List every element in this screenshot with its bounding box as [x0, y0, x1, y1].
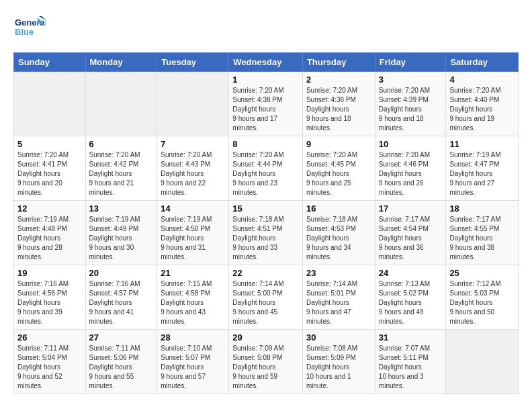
week-row-3: 12Sunrise: 7:19 AMSunset: 4:48 PMDayligh…	[14, 201, 519, 265]
day-info: Sunrise: 7:19 AMSunset: 4:48 PMDaylight …	[17, 215, 82, 262]
day-number: 3	[379, 75, 443, 85]
day-info: Sunrise: 7:20 AMSunset: 4:38 PMDaylight …	[306, 86, 371, 133]
day-number: 24	[379, 268, 443, 278]
week-row-2: 5Sunrise: 7:20 AMSunset: 4:41 PMDaylight…	[14, 136, 519, 201]
day-info: Sunrise: 7:08 AMSunset: 5:09 PMDaylight …	[306, 344, 371, 391]
day-cell: 20Sunrise: 7:16 AMSunset: 4:57 PMDayligh…	[85, 265, 157, 330]
day-info: Sunrise: 7:16 AMSunset: 4:57 PMDaylight …	[89, 279, 154, 326]
day-info: Sunrise: 7:19 AMSunset: 4:49 PMDaylight …	[89, 215, 154, 262]
day-cell: 18Sunrise: 7:17 AMSunset: 4:55 PMDayligh…	[446, 201, 519, 265]
day-info: Sunrise: 7:19 AMSunset: 4:50 PMDaylight …	[161, 215, 225, 262]
day-number: 4	[449, 75, 515, 85]
day-cell: 15Sunrise: 7:18 AMSunset: 4:51 PMDayligh…	[229, 201, 303, 265]
day-cell: 14Sunrise: 7:19 AMSunset: 4:50 PMDayligh…	[157, 201, 229, 265]
day-info: Sunrise: 7:17 AMSunset: 4:55 PMDaylight …	[449, 215, 515, 262]
day-number: 15	[232, 203, 299, 214]
day-cell: 3Sunrise: 7:20 AMSunset: 4:39 PMDaylight…	[375, 72, 446, 136]
day-cell: 23Sunrise: 7:14 AMSunset: 5:01 PMDayligh…	[302, 265, 375, 330]
day-number: 29	[232, 332, 299, 342]
day-info: Sunrise: 7:20 AMSunset: 4:40 PMDaylight …	[449, 86, 515, 133]
day-number: 21	[161, 268, 225, 278]
day-cell: 6Sunrise: 7:20 AMSunset: 4:42 PMDaylight…	[85, 136, 157, 201]
day-info: Sunrise: 7:17 AMSunset: 4:54 PMDaylight …	[379, 215, 443, 262]
day-number: 7	[161, 139, 225, 149]
day-info: Sunrise: 7:09 AMSunset: 5:08 PMDaylight …	[232, 344, 299, 391]
day-cell: 31Sunrise: 7:07 AMSunset: 5:11 PMDayligh…	[375, 330, 446, 394]
day-cell: 22Sunrise: 7:14 AMSunset: 5:00 PMDayligh…	[229, 265, 303, 330]
day-cell: 30Sunrise: 7:08 AMSunset: 5:09 PMDayligh…	[302, 330, 375, 394]
day-info: Sunrise: 7:18 AMSunset: 4:53 PMDaylight …	[306, 215, 371, 262]
day-info: Sunrise: 7:15 AMSunset: 4:58 PMDaylight …	[161, 279, 225, 326]
logo: General Blue	[13, 11, 46, 46]
day-number: 13	[89, 203, 154, 214]
day-cell: 24Sunrise: 7:13 AMSunset: 5:02 PMDayligh…	[375, 265, 446, 330]
day-number: 9	[306, 139, 371, 149]
day-cell: 8Sunrise: 7:20 AMSunset: 4:44 PMDaylight…	[229, 136, 303, 201]
day-number: 18	[449, 203, 515, 214]
day-cell: 26Sunrise: 7:11 AMSunset: 5:04 PMDayligh…	[14, 330, 86, 394]
week-row-5: 26Sunrise: 7:11 AMSunset: 5:04 PMDayligh…	[14, 330, 519, 394]
day-cell: 5Sunrise: 7:20 AMSunset: 4:41 PMDaylight…	[14, 136, 86, 201]
day-info: Sunrise: 7:12 AMSunset: 5:03 PMDaylight …	[449, 279, 515, 326]
day-cell	[85, 72, 157, 136]
column-header-wednesday: Wednesday	[229, 53, 303, 72]
week-row-1: 1Sunrise: 7:20 AMSunset: 4:38 PMDaylight…	[14, 72, 519, 136]
day-info: Sunrise: 7:19 AMSunset: 4:47 PMDaylight …	[449, 150, 515, 197]
day-number: 1	[232, 75, 299, 85]
day-info: Sunrise: 7:13 AMSunset: 5:02 PMDaylight …	[379, 279, 443, 326]
day-info: Sunrise: 7:20 AMSunset: 4:44 PMDaylight …	[232, 150, 299, 197]
day-cell: 21Sunrise: 7:15 AMSunset: 4:58 PMDayligh…	[157, 265, 229, 330]
day-info: Sunrise: 7:20 AMSunset: 4:41 PMDaylight …	[17, 150, 82, 197]
day-number: 14	[161, 203, 225, 214]
day-number: 31	[379, 332, 443, 342]
day-number: 28	[161, 332, 225, 342]
day-info: Sunrise: 7:10 AMSunset: 5:07 PMDaylight …	[161, 344, 225, 391]
day-number: 5	[17, 139, 82, 149]
column-header-sunday: Sunday	[14, 53, 86, 72]
day-info: Sunrise: 7:16 AMSunset: 4:56 PMDaylight …	[17, 279, 82, 326]
header-row: SundayMondayTuesdayWednesdayThursdayFrid…	[14, 53, 519, 72]
day-info: Sunrise: 7:11 AMSunset: 5:06 PMDaylight …	[89, 344, 154, 391]
day-info: Sunrise: 7:18 AMSunset: 4:51 PMDaylight …	[232, 215, 299, 262]
day-cell: 29Sunrise: 7:09 AMSunset: 5:08 PMDayligh…	[229, 330, 303, 394]
day-number: 2	[306, 75, 371, 85]
day-number: 22	[232, 268, 299, 278]
day-number: 10	[379, 139, 443, 149]
day-number: 16	[306, 203, 371, 214]
day-cell: 13Sunrise: 7:19 AMSunset: 4:49 PMDayligh…	[85, 201, 157, 265]
column-header-friday: Friday	[375, 53, 446, 72]
column-header-tuesday: Tuesday	[157, 53, 229, 72]
day-number: 12	[17, 203, 82, 214]
header: General Blue	[13, 11, 519, 46]
day-cell: 17Sunrise: 7:17 AMSunset: 4:54 PMDayligh…	[375, 201, 446, 265]
day-number: 17	[379, 203, 443, 214]
day-cell	[446, 330, 519, 394]
day-cell: 28Sunrise: 7:10 AMSunset: 5:07 PMDayligh…	[157, 330, 229, 394]
day-cell: 1Sunrise: 7:20 AMSunset: 4:38 PMDaylight…	[229, 72, 303, 136]
day-info: Sunrise: 7:20 AMSunset: 4:42 PMDaylight …	[89, 150, 154, 197]
day-info: Sunrise: 7:20 AMSunset: 4:45 PMDaylight …	[306, 150, 371, 197]
day-number: 30	[306, 332, 371, 342]
day-number: 25	[449, 268, 515, 278]
day-cell	[14, 72, 86, 136]
day-number: 6	[89, 139, 154, 149]
day-info: Sunrise: 7:20 AMSunset: 4:46 PMDaylight …	[379, 150, 443, 197]
day-info: Sunrise: 7:14 AMSunset: 5:01 PMDaylight …	[306, 279, 371, 326]
day-cell: 12Sunrise: 7:19 AMSunset: 4:48 PMDayligh…	[14, 201, 86, 265]
day-cell: 10Sunrise: 7:20 AMSunset: 4:46 PMDayligh…	[375, 136, 446, 201]
day-cell: 11Sunrise: 7:19 AMSunset: 4:47 PMDayligh…	[446, 136, 519, 201]
day-info: Sunrise: 7:14 AMSunset: 5:00 PMDaylight …	[232, 279, 299, 326]
logo-icon: General Blue	[13, 11, 46, 43]
day-number: 27	[89, 332, 154, 342]
day-cell: 7Sunrise: 7:20 AMSunset: 4:43 PMDaylight…	[157, 136, 229, 201]
calendar-table: SundayMondayTuesdayWednesdayThursdayFrid…	[13, 52, 519, 394]
day-number: 19	[17, 268, 82, 278]
day-number: 20	[89, 268, 154, 278]
day-number: 23	[306, 268, 371, 278]
day-info: Sunrise: 7:11 AMSunset: 5:04 PMDaylight …	[17, 344, 82, 391]
day-number: 8	[232, 139, 299, 149]
day-info: Sunrise: 7:20 AMSunset: 4:38 PMDaylight …	[232, 86, 299, 133]
day-info: Sunrise: 7:20 AMSunset: 4:39 PMDaylight …	[379, 86, 443, 133]
day-cell	[157, 72, 229, 136]
day-cell: 4Sunrise: 7:20 AMSunset: 4:40 PMDaylight…	[446, 72, 519, 136]
